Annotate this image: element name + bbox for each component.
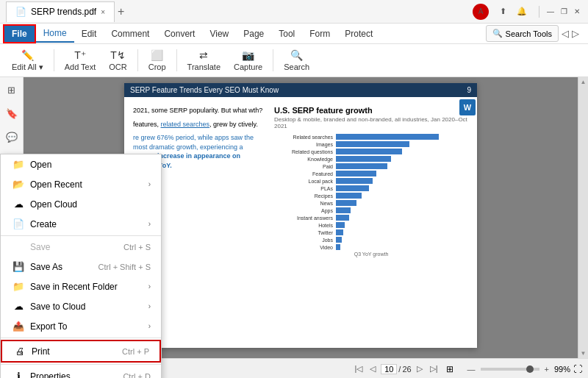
arrow-create-icon: › (148, 220, 151, 228)
save-as-icon: 💾 (11, 261, 26, 272)
chart-row-label: Related questions (274, 149, 333, 154)
fullscreen-btn[interactable]: ⛶ (573, 364, 582, 374)
zoom-in-btn[interactable]: + (542, 365, 551, 374)
current-page-input[interactable] (381, 364, 397, 374)
menu-save-as[interactable]: 💾 Save As Ctrl + Shift + S (1, 257, 161, 277)
edit-all-btn[interactable]: ✏️ Edit All ▾ (6, 48, 49, 74)
scroll-down-arrow[interactable]: ▼ (579, 349, 588, 358)
pdf-page: SERP Feature Trends Every SEO Must Know … (124, 83, 477, 348)
pages-btn[interactable]: ⊞ (2, 80, 21, 99)
pdf-body: 2021, some SERP popularity. But what wth… (124, 97, 477, 265)
chart-row-label: Video (274, 245, 333, 250)
zoom-slider[interactable] (481, 368, 539, 371)
chart-bar (336, 171, 376, 176)
menu-save-cloud[interactable]: ☁ Save to Cloud › (1, 296, 161, 316)
menu-open-cloud[interactable]: ☁ Open Cloud (1, 194, 161, 214)
ribbon-tab-bar: File Home Edit Comment Convert View Page… (0, 24, 588, 44)
restore-btn[interactable]: ❐ (559, 7, 569, 17)
share-btn[interactable]: ⬆ (498, 7, 508, 17)
prev-page-btn[interactable]: ◁ (368, 364, 378, 374)
chart-bar (336, 222, 345, 228)
tab-tool[interactable]: Tool (271, 26, 302, 42)
arrow-export-icon: › (148, 322, 151, 330)
chart-row-label: Hotels (274, 223, 333, 228)
zoom-thumb (526, 365, 534, 373)
menu-open[interactable]: 📁 Open (1, 154, 161, 174)
open-icon: 📁 (11, 159, 26, 170)
chart-bar (336, 178, 373, 184)
chart-bar (336, 215, 349, 221)
add-text-btn[interactable]: T⁺ Add Text (59, 48, 102, 73)
search-icon: 🔍 (492, 29, 503, 38)
search-btn[interactable]: 🔍 Search (278, 48, 315, 73)
tab-edit[interactable]: Edit (74, 26, 104, 42)
tab-protect[interactable]: Protect (337, 26, 380, 42)
chart-row-label: Recipes (274, 193, 333, 199)
menu-create[interactable]: 📄 Create › (1, 214, 161, 234)
tab-view[interactable]: View (202, 26, 236, 42)
chart-row-label: Jobs (274, 238, 333, 243)
tab-page[interactable]: Page (236, 26, 271, 42)
menu-properties[interactable]: ℹ Properties Ctrl + D (1, 366, 161, 378)
menu-export[interactable]: 📤 Export To › (1, 316, 161, 336)
chart-bar (336, 149, 402, 154)
notification-btn[interactable]: 🔔 (517, 7, 527, 17)
body-text-1: 2021, some SERP popularity. But what wth… (133, 106, 265, 115)
nav-back-btn[interactable]: ◁ (562, 28, 569, 39)
bookmarks-btn[interactable]: 🔖 (2, 104, 21, 123)
menu-print[interactable]: 🖨 Print Ctrl + P (1, 340, 161, 363)
word-icon: W (459, 99, 476, 115)
ocr-btn[interactable]: T↯ OCR (103, 48, 132, 73)
pdf-chart-area: U.S. SERP feature growth Desktop & mobil… (274, 106, 468, 257)
chart-row: Images (274, 141, 468, 147)
chart-row: Apps (274, 207, 468, 213)
menu-save-recent-folder[interactable]: 📁 Save in Recent Folder › (1, 277, 161, 296)
print-icon: 🖨 (12, 346, 27, 357)
chart-row: Featured (274, 171, 468, 176)
fit-btn[interactable]: ⊞ (446, 364, 453, 374)
first-page-btn[interactable]: |◁ (353, 364, 365, 374)
comments-panel-btn[interactable]: 💬 (2, 127, 21, 146)
divider-2 (137, 49, 138, 71)
translate-btn[interactable]: ⇄ Translate (182, 48, 226, 73)
pdf-tab[interactable]: 📄 SERP trends.pdf × (6, 1, 115, 22)
search-tools-btn[interactable]: 🔍 Search Tools (486, 25, 559, 42)
arrow-save-recent-icon: › (148, 282, 151, 290)
chart-subtitle: Desktop & mobile, branded and non-brande… (274, 116, 468, 129)
chart-row-label: Images (274, 142, 333, 147)
minimize-btn[interactable]: — (545, 7, 556, 17)
close-btn[interactable]: ✕ (572, 7, 582, 17)
menu-divider-3 (1, 364, 161, 365)
chart-row-label: Featured (274, 171, 333, 176)
tab-icon: 📄 (15, 7, 26, 17)
right-scrollbar[interactable]: ▲ ▼ (578, 77, 588, 358)
chart-bar (336, 229, 343, 235)
save-cloud-icon: ☁ (11, 301, 26, 312)
nav-fwd-btn[interactable]: ▷ (572, 28, 579, 39)
tab-form[interactable]: Form (302, 26, 337, 42)
tab-comment[interactable]: Comment (104, 26, 157, 42)
chart-row: Knowledge (274, 156, 468, 162)
pdf-page-num: 9 (467, 86, 471, 94)
scroll-up-arrow[interactable]: ▲ (579, 77, 588, 87)
chart-row: Paid (274, 163, 468, 169)
avatar: A (473, 4, 489, 20)
tab-home[interactable]: Home (36, 25, 74, 43)
menu-open-recent[interactable]: 📂 Open Recent › (1, 174, 161, 194)
tab-area: 📄 SERP trends.pdf × + (6, 1, 473, 22)
next-page-btn[interactable]: ▷ (415, 364, 425, 374)
chart-row: Video (274, 244, 468, 250)
zoom-out-btn[interactable]: — (465, 365, 478, 374)
pdf-header-text: SERP Feature Trends Every SEO Must Know (130, 86, 279, 94)
chart-row: PLAs (274, 185, 468, 191)
new-tab-btn[interactable]: + (118, 5, 124, 18)
chart-bar (336, 156, 391, 162)
last-page-btn[interactable]: ▷| (428, 364, 440, 374)
crop-btn[interactable]: ⬜ Crop (143, 48, 172, 73)
tab-file[interactable]: File (3, 24, 36, 43)
capture-btn[interactable]: 📷 Capture (228, 48, 268, 73)
chart-row: News (274, 200, 468, 206)
divider-3 (176, 49, 177, 71)
tab-close-btn[interactable]: × (101, 8, 105, 16)
tab-convert[interactable]: Convert (157, 26, 202, 42)
